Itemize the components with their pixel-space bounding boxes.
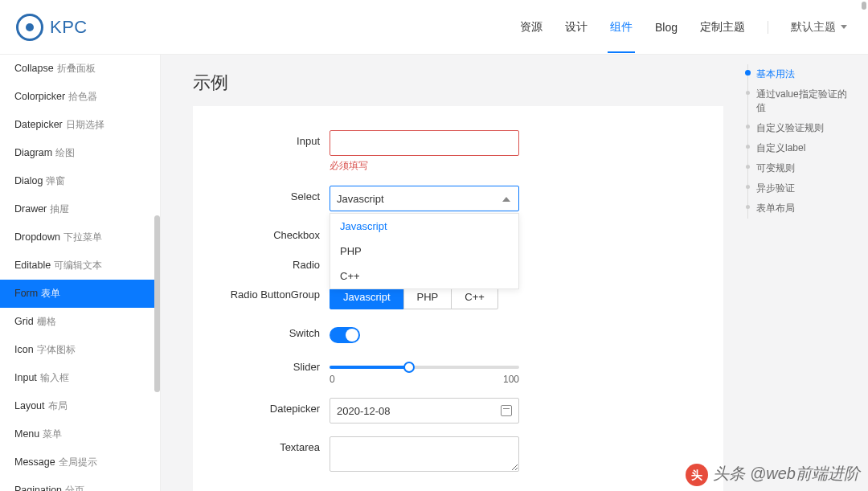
sidebar-item[interactable]: Layout布局: [0, 392, 160, 420]
calendar-icon: [501, 405, 512, 416]
sidebar-item-cn: 弹窗: [46, 175, 65, 186]
sidebar-item-en: Input: [14, 372, 37, 383]
label-textarea: Textarea: [193, 436, 330, 453]
row-slider: Slider 0 100: [193, 356, 723, 385]
sidebar-item[interactable]: Input输入框: [0, 364, 160, 392]
anchor-item[interactable]: 表单布局: [748, 198, 852, 219]
dropdown-option[interactable]: C++: [330, 264, 518, 288]
sidebar-item-cn: 表单: [41, 288, 60, 299]
select-value: Javascript: [337, 193, 384, 205]
sidebar-item[interactable]: Datepicker日期选择: [0, 111, 160, 139]
datepicker-field[interactable]: 2020-12-08: [330, 398, 519, 423]
nav-item-components[interactable]: 组件: [610, 2, 633, 52]
sidebar-item[interactable]: Collapse折叠面板: [0, 55, 160, 83]
app-main: Collapse折叠面板Colorpicker拾色器Datepicker日期选择…: [0, 55, 868, 491]
anchor-item[interactable]: 异步验证: [748, 178, 852, 198]
slider-labels: 0 100: [330, 374, 519, 385]
label-datepicker: Datepicker: [193, 398, 330, 415]
header-nav: 资源 设计 组件 Blog 定制主题 默认主题: [520, 2, 847, 52]
theme-select[interactable]: 默认主题: [791, 20, 847, 35]
nav-divider: [768, 21, 768, 34]
row-datepicker: Datepicker 2020-12-08: [193, 398, 723, 423]
nav-item-design[interactable]: 设计: [565, 2, 588, 52]
sidebar-item[interactable]: Grid栅格: [0, 308, 160, 336]
sidebar-item-en: Layout: [14, 400, 45, 411]
dropdown-option[interactable]: Javascript: [330, 214, 518, 239]
sidebar-item[interactable]: Icon字体图标: [0, 336, 160, 364]
label-radio: Radio: [193, 254, 330, 271]
input-field[interactable]: [330, 130, 519, 156]
select-field[interactable]: Javascript: [330, 186, 519, 211]
sidebar-item[interactable]: Menu菜单: [0, 420, 160, 448]
sidebar-item-cn: 菜单: [43, 428, 62, 440]
sidebar-item-cn: 折叠面板: [57, 63, 96, 74]
slider[interactable]: 0 100: [330, 366, 519, 385]
select-dropdown: Javascript PHP C++: [330, 213, 519, 289]
slider-fill: [330, 366, 409, 369]
demo-card: Input 必须填写 Select Javascript Javascript: [193, 106, 723, 491]
sidebar-item-en: Form: [14, 288, 38, 299]
row-password: Password: [193, 487, 723, 491]
sidebar-item-cn: 输入框: [40, 372, 69, 383]
nav-item-theme[interactable]: 定制主题: [700, 2, 745, 52]
input-error-text: 必须填写: [330, 159, 522, 173]
anchor-item[interactable]: 自定义label: [748, 138, 852, 158]
slider-min: 0: [330, 374, 335, 385]
row-input: Input 必须填写: [193, 130, 723, 173]
sidebar-item-en: Drawer: [14, 203, 47, 215]
chevron-up-icon: [502, 197, 510, 202]
sidebar-scroll-rail: [153, 55, 160, 491]
sidebar-scroll-thumb[interactable]: [154, 215, 160, 392]
sidebar-item[interactable]: Dropdown下拉菜单: [0, 223, 160, 252]
sidebar-item[interactable]: Message全局提示: [0, 448, 160, 477]
anchor-item[interactable]: 基本用法: [748, 64, 852, 84]
sidebar-item-cn: 全局提示: [59, 456, 97, 468]
nav-item-resources[interactable]: 资源: [520, 2, 542, 52]
anchor-item[interactable]: 通过value指定验证的值: [748, 84, 852, 118]
sidebar-item-cn: 字体图标: [37, 344, 76, 355]
label-password: Password: [193, 487, 330, 491]
anchor-item[interactable]: 可变规则: [748, 158, 852, 178]
sidebar: Collapse折叠面板Colorpicker拾色器Datepicker日期选择…: [0, 55, 161, 491]
row-textarea: Textarea: [193, 436, 723, 474]
page-scrollbar-thumb[interactable]: [862, 2, 866, 10]
label-radiobuttongroup: Radio ButtonGroup: [193, 284, 330, 301]
row-select: Select Javascript Javascript PHP C++: [193, 186, 723, 211]
slider-handle[interactable]: [403, 362, 415, 373]
anchor-item[interactable]: 自定义验证规则: [748, 118, 852, 138]
brand-text: KPC: [50, 17, 88, 38]
nav-item-blog[interactable]: Blog: [655, 3, 678, 51]
sidebar-item[interactable]: Form表单: [0, 280, 160, 308]
sidebar-item-cn: 日期选择: [66, 119, 104, 130]
row-switch: Switch: [193, 322, 723, 343]
datepicker-value: 2020-12-08: [337, 405, 391, 417]
anchor-nav: 基本用法通过value指定验证的值自定义验证规则自定义label可变规则异步验证…: [747, 64, 852, 219]
sidebar-item-en: Menu: [14, 428, 39, 440]
chevron-down-icon: [841, 25, 847, 29]
sidebar-item-en: Datepicker: [14, 119, 63, 130]
sidebar-item[interactable]: Pagination分页: [0, 477, 160, 491]
sidebar-item-en: Colorpicker: [14, 91, 65, 102]
label-switch: Switch: [193, 322, 330, 339]
sidebar-item-cn: 拾色器: [68, 91, 97, 102]
content: 示例 Input 必须填写 Select Javascript: [161, 55, 868, 491]
sidebar-item-en: Icon: [14, 344, 34, 355]
slider-max: 100: [503, 374, 519, 385]
sidebar-item-cn: 分页: [65, 485, 84, 491]
sidebar-item[interactable]: Editable可编辑文本: [0, 252, 160, 280]
textarea-field[interactable]: [330, 436, 519, 472]
sidebar-item[interactable]: Colorpicker拾色器: [0, 83, 160, 111]
label-checkbox: Checkbox: [193, 224, 330, 241]
sidebar-item-en: Pagination: [14, 485, 62, 491]
brand-logo[interactable]: KPC: [16, 14, 88, 41]
theme-select-label: 默认主题: [791, 20, 836, 35]
dropdown-option[interactable]: PHP: [330, 239, 518, 264]
switch-toggle[interactable]: [330, 327, 360, 343]
sidebar-item-cn: 布局: [48, 400, 68, 411]
sidebar-item[interactable]: Drawer抽屉: [0, 195, 160, 223]
sidebar-item[interactable]: Diagram绘图: [0, 139, 160, 167]
sidebar-item-en: Grid: [14, 316, 34, 327]
sidebar-item-en: Editable: [14, 260, 51, 271]
sidebar-item[interactable]: Dialog弹窗: [0, 167, 160, 195]
sidebar-item-cn: 抽屉: [50, 203, 69, 215]
